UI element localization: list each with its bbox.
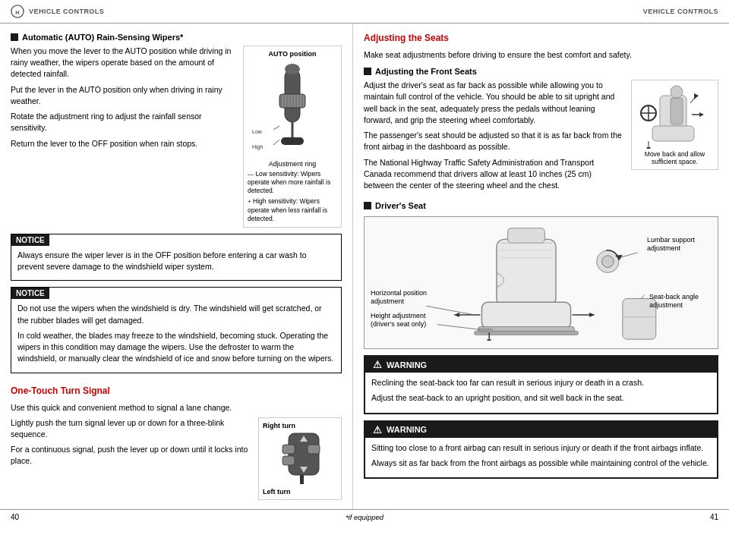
svg-line-17 (273, 140, 279, 145)
turn-para-2: For a continuous signal, push the lever … (11, 444, 251, 467)
right-turn-label: Right turn (263, 422, 337, 429)
turn-signal-section: One-Touch Turn Signal Use this quick and… (11, 385, 342, 500)
warning-box-1: ⚠ WARNING Reclining the seat-back too fa… (364, 355, 718, 414)
drivers-seat-subsection: Driver's Seat (364, 201, 718, 349)
page-footer: 40 *if equipped 41 (0, 509, 729, 524)
wipers-top: When you move the lever to the AUTO posi… (11, 46, 342, 228)
svg-line-62 (641, 295, 645, 299)
turn-para-1: Lightly push the turn signal lever up or… (11, 417, 251, 440)
brand-logo: H (11, 5, 24, 18)
front-seat-caption: Move back and allow sufficient space. (636, 150, 714, 165)
notice-para-1: Do not use the wipers when the windshiel… (17, 303, 335, 326)
header-left: H VEHICLE CONTROLS (11, 5, 104, 18)
high-sensitivity-label: + High sensitivity: Wipers operate when … (248, 197, 337, 222)
seatback-label: Seat-back angle adjustment (649, 293, 714, 310)
turn-signal-content: Lightly push the turn signal lever up or… (11, 417, 342, 500)
left-turn-label: Left turn (263, 488, 337, 496)
svg-rect-43 (508, 228, 545, 244)
horizontal-label: Horizontal position adjustment (371, 289, 431, 306)
footnote: *if equipped (346, 513, 383, 521)
svg-rect-39 (497, 240, 556, 307)
svg-rect-29 (671, 98, 683, 124)
svg-text:High: High (252, 144, 264, 150)
wipers-para-1: When you move the lever to the AUTO posi… (11, 46, 235, 80)
svg-rect-13 (281, 137, 304, 145)
svg-marker-34 (699, 112, 704, 117)
notice-box-2: NOTICE Do not use the wipers when the wi… (11, 287, 342, 373)
svg-line-60 (437, 325, 481, 330)
notice-content-2: Do not use the wipers when the windshiel… (11, 299, 341, 372)
warning-label-1: ⚠ WARNING (365, 357, 717, 373)
wiper-diagram: AUTO position (243, 46, 342, 228)
warning-box-2: ⚠ WARNING Sitting too close to a front a… (364, 420, 718, 479)
height-label: Height adjustment (driver's seat only) (371, 312, 439, 329)
header-left-label: VEHICLE CONTROLS (29, 8, 104, 15)
right-column: Adjusting the Seats Make seat adjustment… (353, 24, 729, 509)
svg-rect-3 (279, 94, 305, 108)
front-seats-subsection: Adjusting the Front Seats (364, 67, 718, 195)
low-sensitivity-label: — Low sensitivity: Wipers operate when m… (248, 170, 337, 195)
svg-marker-36 (646, 147, 651, 149)
adjusting-seats-section: Adjusting the Seats Make seat adjustment… (364, 33, 718, 479)
notice-label-2: NOTICE (11, 288, 49, 299)
svg-marker-50 (589, 313, 595, 317)
svg-text:Low: Low (252, 129, 263, 134)
drivers-seat-bullet (364, 202, 371, 209)
svg-point-28 (671, 86, 683, 98)
wipers-text-block: When you move the lever to the AUTO posi… (11, 46, 235, 228)
adjustment-ring-label: Adjustment ring (248, 160, 337, 168)
front-seats-header: Adjusting the Front Seats (364, 67, 718, 76)
header-right-label: VEHICLE CONTROLS (643, 8, 718, 15)
notice-content-1: Always ensure the wiper lever is in the … (11, 246, 341, 280)
turn-signal-text: Lightly push the turn signal lever up or… (11, 417, 251, 500)
warning-content-2: Sitting too close to a front airbag can … (365, 438, 717, 477)
warning-title-2: WARNING (387, 425, 427, 434)
front-seats-content: Move back and allow sufficient space. Ad… (364, 80, 718, 195)
svg-marker-48 (453, 313, 459, 317)
svg-rect-22 (308, 445, 320, 454)
page-header: H VEHICLE CONTROLS VEHICLE CONTROLS (0, 0, 729, 24)
turn-signal-diagram: Right turn Left turn (258, 417, 342, 500)
svg-rect-58 (478, 329, 494, 333)
warning-1-para-2: Adjust the seat-back to an upright posit… (371, 392, 711, 404)
wipers-section: Automatic (AUTO) Rain-Sensing Wipers* Wh… (11, 33, 342, 373)
svg-text:H: H (15, 9, 20, 16)
svg-marker-38 (694, 93, 699, 99)
svg-rect-25 (300, 475, 304, 484)
turn-signal-svg (266, 429, 334, 486)
turn-signal-intro: Use this quick and convenient method to … (11, 402, 342, 414)
warning-1-para-1: Reclining the seat-back too far can resu… (371, 377, 711, 389)
wipers-header: Automatic (AUTO) Rain-Sensing Wipers* (11, 33, 342, 42)
content-area: Automatic (AUTO) Rain-Sensing Wipers* Wh… (0, 24, 729, 509)
adjusting-seats-title: Adjusting the Seats (364, 33, 718, 43)
svg-point-14 (285, 64, 300, 74)
svg-marker-52 (487, 339, 491, 341)
auto-position-label: AUTO position (248, 50, 337, 58)
warning-triangle-2: ⚠ (373, 424, 382, 436)
wipers-title: Automatic (AUTO) Rain-Sensing Wipers* (22, 33, 183, 42)
wipers-para-2: Put the lever in the AUTO position only … (11, 84, 235, 107)
warning-2-para-2: Always sit as far back from the front ai… (371, 458, 711, 469)
warning-content-1: Reclining the seat-back too far can resu… (365, 373, 717, 412)
turn-signal-title: One-Touch Turn Signal (11, 385, 342, 396)
svg-rect-40 (481, 303, 570, 329)
front-seats-bullet (364, 68, 371, 75)
warning-2-para-1: Sitting too close to a front airbag can … (371, 442, 711, 454)
notice-label-1: NOTICE (11, 234, 49, 246)
adjusting-seats-intro: Make seat adjustments before driving to … (364, 49, 718, 61)
lumbar-label: Lumbar support adjustment (647, 236, 712, 253)
warning-title-1: WARNING (387, 360, 427, 370)
notice-box-1: NOTICE Always ensure the wiper lever is … (11, 234, 342, 281)
svg-point-54 (602, 256, 614, 268)
wipers-para-4: Return the lever to the OFF position whe… (11, 138, 235, 149)
svg-rect-27 (652, 126, 694, 141)
left-column: Automatic (AUTO) Rain-Sensing Wipers* Wh… (0, 24, 353, 509)
right-page-number: 41 (710, 513, 718, 521)
warning-triangle-1: ⚠ (373, 359, 382, 370)
seat-diagram-container: Horizontal position adjustment Height ad… (364, 216, 718, 349)
notice-text-1: Always ensure the wiper lever is in the … (17, 250, 335, 272)
drivers-seat-header: Driver's Seat (364, 201, 718, 210)
front-seats-title: Adjusting the Front Seats (375, 67, 477, 76)
bullet-icon (11, 33, 18, 41)
wipers-para-3: Rotate the adjustment ring to adjust the… (11, 111, 235, 134)
